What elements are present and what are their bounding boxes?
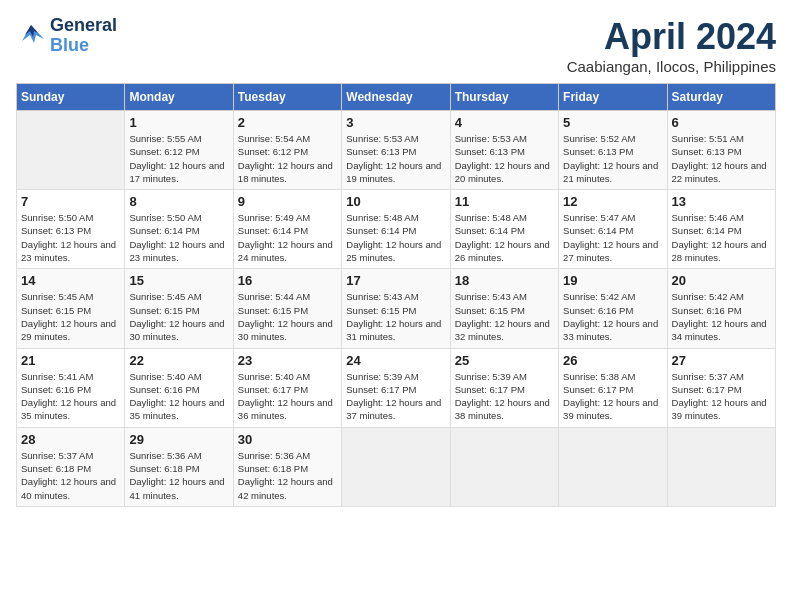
- page-header: General Blue April 2024 Caabiangan, Iloc…: [16, 16, 776, 75]
- day-number: 3: [346, 115, 445, 130]
- day-number: 30: [238, 432, 337, 447]
- day-detail: Sunrise: 5:50 AMSunset: 6:14 PMDaylight:…: [129, 211, 228, 264]
- calendar-cell: 8Sunrise: 5:50 AMSunset: 6:14 PMDaylight…: [125, 190, 233, 269]
- calendar-cell: [667, 427, 775, 506]
- day-detail: Sunrise: 5:37 AMSunset: 6:18 PMDaylight:…: [21, 449, 120, 502]
- calendar-cell: 12Sunrise: 5:47 AMSunset: 6:14 PMDayligh…: [559, 190, 667, 269]
- day-number: 19: [563, 273, 662, 288]
- calendar-cell: 11Sunrise: 5:48 AMSunset: 6:14 PMDayligh…: [450, 190, 558, 269]
- calendar-week-2: 7Sunrise: 5:50 AMSunset: 6:13 PMDaylight…: [17, 190, 776, 269]
- day-number: 26: [563, 353, 662, 368]
- day-detail: Sunrise: 5:53 AMSunset: 6:13 PMDaylight:…: [346, 132, 445, 185]
- calendar-cell: 26Sunrise: 5:38 AMSunset: 6:17 PMDayligh…: [559, 348, 667, 427]
- day-number: 16: [238, 273, 337, 288]
- calendar-week-1: 1Sunrise: 5:55 AMSunset: 6:12 PMDaylight…: [17, 111, 776, 190]
- day-number: 17: [346, 273, 445, 288]
- day-detail: Sunrise: 5:37 AMSunset: 6:17 PMDaylight:…: [672, 370, 771, 423]
- day-detail: Sunrise: 5:49 AMSunset: 6:14 PMDaylight:…: [238, 211, 337, 264]
- calendar-cell: 16Sunrise: 5:44 AMSunset: 6:15 PMDayligh…: [233, 269, 341, 348]
- day-header-tuesday: Tuesday: [233, 84, 341, 111]
- calendar-cell: 4Sunrise: 5:53 AMSunset: 6:13 PMDaylight…: [450, 111, 558, 190]
- day-detail: Sunrise: 5:50 AMSunset: 6:13 PMDaylight:…: [21, 211, 120, 264]
- day-header-friday: Friday: [559, 84, 667, 111]
- day-number: 21: [21, 353, 120, 368]
- calendar-cell: 28Sunrise: 5:37 AMSunset: 6:18 PMDayligh…: [17, 427, 125, 506]
- day-number: 4: [455, 115, 554, 130]
- calendar-cell: 24Sunrise: 5:39 AMSunset: 6:17 PMDayligh…: [342, 348, 450, 427]
- calendar-week-4: 21Sunrise: 5:41 AMSunset: 6:16 PMDayligh…: [17, 348, 776, 427]
- day-number: 11: [455, 194, 554, 209]
- day-detail: Sunrise: 5:45 AMSunset: 6:15 PMDaylight:…: [21, 290, 120, 343]
- logo: General Blue: [16, 16, 117, 56]
- day-number: 13: [672, 194, 771, 209]
- calendar-cell: 6Sunrise: 5:51 AMSunset: 6:13 PMDaylight…: [667, 111, 775, 190]
- calendar-cell: 19Sunrise: 5:42 AMSunset: 6:16 PMDayligh…: [559, 269, 667, 348]
- day-detail: Sunrise: 5:46 AMSunset: 6:14 PMDaylight:…: [672, 211, 771, 264]
- day-number: 10: [346, 194, 445, 209]
- calendar-week-3: 14Sunrise: 5:45 AMSunset: 6:15 PMDayligh…: [17, 269, 776, 348]
- day-detail: Sunrise: 5:48 AMSunset: 6:14 PMDaylight:…: [455, 211, 554, 264]
- calendar-cell: 9Sunrise: 5:49 AMSunset: 6:14 PMDaylight…: [233, 190, 341, 269]
- day-detail: Sunrise: 5:39 AMSunset: 6:17 PMDaylight:…: [346, 370, 445, 423]
- day-detail: Sunrise: 5:44 AMSunset: 6:15 PMDaylight:…: [238, 290, 337, 343]
- day-detail: Sunrise: 5:54 AMSunset: 6:12 PMDaylight:…: [238, 132, 337, 185]
- calendar-cell: 22Sunrise: 5:40 AMSunset: 6:16 PMDayligh…: [125, 348, 233, 427]
- calendar-cell: 17Sunrise: 5:43 AMSunset: 6:15 PMDayligh…: [342, 269, 450, 348]
- day-number: 28: [21, 432, 120, 447]
- calendar-cell: 10Sunrise: 5:48 AMSunset: 6:14 PMDayligh…: [342, 190, 450, 269]
- day-number: 27: [672, 353, 771, 368]
- day-detail: Sunrise: 5:36 AMSunset: 6:18 PMDaylight:…: [129, 449, 228, 502]
- calendar-cell: 7Sunrise: 5:50 AMSunset: 6:13 PMDaylight…: [17, 190, 125, 269]
- calendar-cell: [342, 427, 450, 506]
- day-number: 8: [129, 194, 228, 209]
- day-detail: Sunrise: 5:55 AMSunset: 6:12 PMDaylight:…: [129, 132, 228, 185]
- title-block: April 2024 Caabiangan, Ilocos, Philippin…: [567, 16, 776, 75]
- day-number: 25: [455, 353, 554, 368]
- day-number: 22: [129, 353, 228, 368]
- day-detail: Sunrise: 5:43 AMSunset: 6:15 PMDaylight:…: [455, 290, 554, 343]
- day-number: 9: [238, 194, 337, 209]
- calendar-cell: 25Sunrise: 5:39 AMSunset: 6:17 PMDayligh…: [450, 348, 558, 427]
- day-number: 18: [455, 273, 554, 288]
- logo-text: General Blue: [50, 16, 117, 56]
- calendar-cell: 29Sunrise: 5:36 AMSunset: 6:18 PMDayligh…: [125, 427, 233, 506]
- calendar-cell: 30Sunrise: 5:36 AMSunset: 6:18 PMDayligh…: [233, 427, 341, 506]
- calendar-cell: 14Sunrise: 5:45 AMSunset: 6:15 PMDayligh…: [17, 269, 125, 348]
- day-header-saturday: Saturday: [667, 84, 775, 111]
- day-number: 2: [238, 115, 337, 130]
- location-subtitle: Caabiangan, Ilocos, Philippines: [567, 58, 776, 75]
- calendar-week-5: 28Sunrise: 5:37 AMSunset: 6:18 PMDayligh…: [17, 427, 776, 506]
- day-detail: Sunrise: 5:48 AMSunset: 6:14 PMDaylight:…: [346, 211, 445, 264]
- day-detail: Sunrise: 5:52 AMSunset: 6:13 PMDaylight:…: [563, 132, 662, 185]
- day-header-monday: Monday: [125, 84, 233, 111]
- calendar-cell: 5Sunrise: 5:52 AMSunset: 6:13 PMDaylight…: [559, 111, 667, 190]
- day-detail: Sunrise: 5:42 AMSunset: 6:16 PMDaylight:…: [672, 290, 771, 343]
- calendar-header-row: SundayMondayTuesdayWednesdayThursdayFrid…: [17, 84, 776, 111]
- day-number: 24: [346, 353, 445, 368]
- calendar-cell: 23Sunrise: 5:40 AMSunset: 6:17 PMDayligh…: [233, 348, 341, 427]
- calendar-cell: 1Sunrise: 5:55 AMSunset: 6:12 PMDaylight…: [125, 111, 233, 190]
- day-detail: Sunrise: 5:36 AMSunset: 6:18 PMDaylight:…: [238, 449, 337, 502]
- day-header-thursday: Thursday: [450, 84, 558, 111]
- day-detail: Sunrise: 5:40 AMSunset: 6:16 PMDaylight:…: [129, 370, 228, 423]
- day-detail: Sunrise: 5:51 AMSunset: 6:13 PMDaylight:…: [672, 132, 771, 185]
- day-number: 29: [129, 432, 228, 447]
- day-detail: Sunrise: 5:43 AMSunset: 6:15 PMDaylight:…: [346, 290, 445, 343]
- calendar-cell: [559, 427, 667, 506]
- day-detail: Sunrise: 5:40 AMSunset: 6:17 PMDaylight:…: [238, 370, 337, 423]
- calendar-cell: 15Sunrise: 5:45 AMSunset: 6:15 PMDayligh…: [125, 269, 233, 348]
- day-number: 15: [129, 273, 228, 288]
- calendar-cell: [450, 427, 558, 506]
- day-detail: Sunrise: 5:38 AMSunset: 6:17 PMDaylight:…: [563, 370, 662, 423]
- calendar-cell: 20Sunrise: 5:42 AMSunset: 6:16 PMDayligh…: [667, 269, 775, 348]
- calendar-table: SundayMondayTuesdayWednesdayThursdayFrid…: [16, 83, 776, 507]
- day-number: 20: [672, 273, 771, 288]
- day-number: 1: [129, 115, 228, 130]
- day-number: 6: [672, 115, 771, 130]
- day-detail: Sunrise: 5:47 AMSunset: 6:14 PMDaylight:…: [563, 211, 662, 264]
- calendar-cell: 3Sunrise: 5:53 AMSunset: 6:13 PMDaylight…: [342, 111, 450, 190]
- day-number: 7: [21, 194, 120, 209]
- day-header-sunday: Sunday: [17, 84, 125, 111]
- day-number: 14: [21, 273, 120, 288]
- calendar-cell: 27Sunrise: 5:37 AMSunset: 6:17 PMDayligh…: [667, 348, 775, 427]
